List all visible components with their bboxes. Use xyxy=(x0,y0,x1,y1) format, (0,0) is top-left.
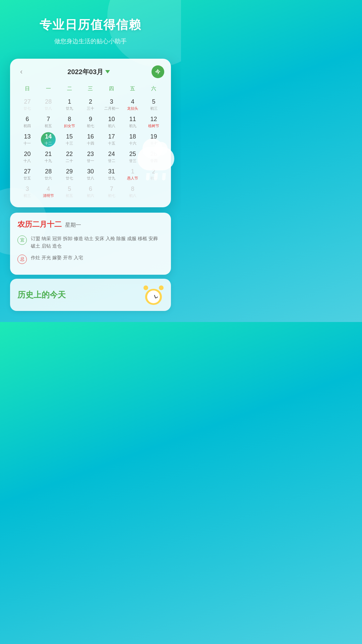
calendar-cell[interactable]: 27廿五 xyxy=(17,166,38,183)
calendar-cell[interactable]: 21十九 xyxy=(38,148,59,166)
day-lunar: 二十 xyxy=(66,158,73,163)
calendar-cell[interactable]: 6初六 xyxy=(80,183,101,201)
calendar-cell[interactable]: 4清明节 xyxy=(38,183,59,201)
calendar-cell[interactable]: 10初八 xyxy=(101,113,122,131)
day-lunar: 廿八 xyxy=(87,176,94,181)
calendar-cell[interactable] xyxy=(143,183,164,201)
day-lunar: 初五 xyxy=(45,123,52,128)
history-title: 历史上的今天 xyxy=(17,289,66,300)
calendar-cell[interactable]: 22二十 xyxy=(59,148,80,166)
auspicious-item: 宜 订盟 纳采 冠笄 拆卸 修造 动土 安床 入殓 除服 成服 移柩 安葬 破土… xyxy=(17,235,164,250)
day-lunar: 廿八 xyxy=(45,106,52,111)
day-number: 9 xyxy=(89,116,92,123)
calendar-cell[interactable]: 8初八 xyxy=(122,183,143,201)
calendar-cell[interactable]: 3二月初一 xyxy=(101,96,122,113)
day-number: 28 xyxy=(45,168,52,175)
day-lunar: 廿六 xyxy=(45,176,52,181)
day-number: 20 xyxy=(24,151,31,158)
lunar-date: 农历二月十二 xyxy=(17,219,62,229)
day-lunar: 初九 xyxy=(129,123,136,128)
weekday-sun: 日 xyxy=(17,84,38,93)
day-number: 17 xyxy=(108,133,115,141)
month-title: 2022年03月 xyxy=(67,67,110,76)
calendar-cell[interactable]: 18十六 xyxy=(122,131,143,148)
day-lunar: 十二 xyxy=(45,141,52,146)
calendar-cell[interactable]: 31廿九 xyxy=(101,166,122,183)
day-lunar: 愚人节 xyxy=(127,176,138,181)
history-card[interactable]: 历史上的今天 xyxy=(10,279,171,311)
calendar-cell[interactable]: 5初三 xyxy=(143,96,164,113)
day-lunar: 龙抬头 xyxy=(127,106,138,111)
day-number: 4 xyxy=(47,185,50,193)
day-number: 3 xyxy=(110,98,113,106)
day-lunar: 初五 xyxy=(66,193,73,198)
calendar-cell[interactable]: 12植树节 xyxy=(143,113,164,131)
taboo-item: 忌 作灶 开光 嫁娶 开市 入宅 xyxy=(17,254,164,264)
calendar-card: ‹ 2022年03月 今 日 一 二 三 四 五 六 27廿七28廿八1廿九2三… xyxy=(10,59,171,207)
calendar-header: ‹ 2022年03月 今 xyxy=(17,65,164,78)
day-lunar: 清明节 xyxy=(43,193,54,198)
day-lunar: 廿三 xyxy=(129,158,136,163)
calendar-cell[interactable]: 23廿一 xyxy=(80,148,101,166)
calendar-cell[interactable]: 2三十 xyxy=(80,96,101,113)
day-number: 4 xyxy=(131,98,134,106)
calendar-cell[interactable]: 29廿七 xyxy=(59,166,80,183)
calendar-cell[interactable]: 6初四 xyxy=(17,113,38,131)
calendar-cell[interactable]: 13十一 xyxy=(17,131,38,148)
calendar-cell[interactable]: 15十三 xyxy=(59,131,80,148)
calendar-cell[interactable]: 3初三 xyxy=(17,183,38,201)
calendar-cell[interactable]: 24廿二 xyxy=(101,148,122,166)
day-number: 2 xyxy=(89,98,92,106)
calendar-cell[interactable]: 11初九 xyxy=(122,113,143,131)
day-lunar: 初三 xyxy=(23,193,31,198)
day-number: 13 xyxy=(24,133,31,141)
calendar-cell[interactable]: 27廿七 xyxy=(17,96,38,113)
calendar-cell[interactable]: 14十二 xyxy=(38,131,59,148)
day-number: 28 xyxy=(45,98,52,106)
calendar-cell[interactable]: 7初七 xyxy=(101,183,122,201)
weekday-fri: 五 xyxy=(122,84,143,93)
day-lunar: 廿七 xyxy=(23,106,31,111)
prev-month-button[interactable]: ‹ xyxy=(17,66,26,77)
day-lunar: 十一 xyxy=(23,141,31,146)
day-number: 5 xyxy=(152,98,156,106)
day-number: 15 xyxy=(66,133,73,141)
day-number: 7 xyxy=(47,116,50,123)
calendar-cell[interactable]: 28廿六 xyxy=(38,166,59,183)
calendar-cell[interactable]: 1廿九 xyxy=(59,96,80,113)
day-number: 8 xyxy=(131,185,134,193)
day-lunar: 三十 xyxy=(87,106,94,111)
calendar-cell[interactable]: 7初五 xyxy=(38,113,59,131)
weekday-tue: 二 xyxy=(59,84,80,93)
header-section: 专业日历值得信赖 做您身边生活的贴心小助手 xyxy=(0,0,181,55)
day-number: 23 xyxy=(87,151,94,158)
alarm-clock-icon xyxy=(143,285,164,305)
day-lunar: 初八 xyxy=(129,193,136,198)
day-number: 24 xyxy=(108,151,115,158)
calendar-cell[interactable]: 16十四 xyxy=(80,131,101,148)
day-lunar: 植树节 xyxy=(148,123,159,128)
day-number: 10 xyxy=(108,116,115,123)
calendar-cell[interactable]: 8妇女节 xyxy=(59,113,80,131)
day-number: 14 xyxy=(45,133,52,141)
day-number: 29 xyxy=(66,168,73,175)
day-lunar: 十九 xyxy=(45,158,52,163)
weekday-thu: 四 xyxy=(101,84,122,93)
day-number: 18 xyxy=(129,133,136,141)
day-number: 30 xyxy=(87,168,94,175)
calendar-cell[interactable]: 9初七 xyxy=(80,113,101,131)
month-dropdown-icon[interactable] xyxy=(105,70,110,73)
calendar-cell[interactable]: 4龙抬头 xyxy=(122,96,143,113)
day-lunar: 十八 xyxy=(23,158,31,163)
day-number: 27 xyxy=(24,168,31,175)
calendar-cell[interactable]: 28廿八 xyxy=(38,96,59,113)
today-button[interactable]: 今 xyxy=(152,65,164,78)
calendar-cell[interactable]: 30廿八 xyxy=(80,166,101,183)
day-lunar: 十五 xyxy=(108,141,115,146)
calendar-cell[interactable]: 5初五 xyxy=(59,183,80,201)
weekday-label: 星期一 xyxy=(65,222,81,229)
calendar-cell[interactable]: 20十八 xyxy=(17,148,38,166)
day-lunar: 初六 xyxy=(87,193,94,198)
day-number: 7 xyxy=(110,185,113,193)
calendar-cell[interactable]: 17十五 xyxy=(101,131,122,148)
